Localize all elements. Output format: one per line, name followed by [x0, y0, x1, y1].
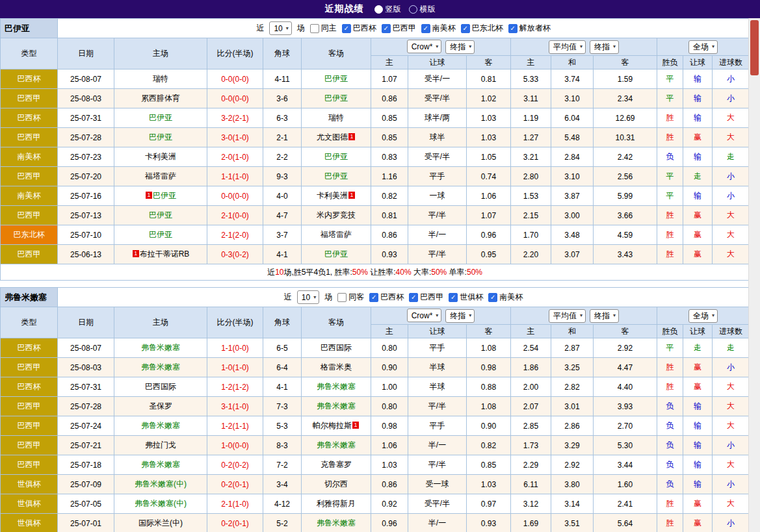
league-filter-checkbox-4[interactable]: ✓解放者杯: [508, 23, 551, 34]
corner-count: 3-6: [263, 89, 302, 108]
scope-select[interactable]: 全场▾: [688, 40, 718, 54]
radio-horizontal[interactable]: 横版: [409, 4, 436, 15]
chevron-down-icon: ▾: [313, 295, 316, 300]
sub-col-header: 客: [467, 325, 511, 338]
match-type-badge: 巴西杯: [1, 70, 58, 89]
scope-select-value: 全场: [693, 42, 709, 53]
result-value: 输: [683, 147, 713, 167]
sub-col-header: 和: [551, 325, 594, 338]
scrollbar[interactable]: [748, 18, 760, 532]
col-header: 客场: [302, 38, 371, 70]
odds-value: 0.90: [371, 358, 408, 377]
average-odds-select[interactable]: 平均值▾: [549, 309, 586, 323]
odds-value: 0.88: [467, 377, 511, 397]
odds-value: 3.48: [551, 225, 594, 245]
col-header: 类型: [1, 307, 58, 338]
match-row: 巴西甲25-07-28巴伊亚3-0(1-0)2-1尤文图德10.85球半1.03…: [1, 128, 750, 147]
final-odds-select[interactable]: 终指▾: [445, 309, 475, 323]
final-odds-select-2[interactable]: 终指▾: [590, 309, 619, 323]
league-filter-checkbox-2[interactable]: ✓世俱杯: [449, 292, 483, 303]
same-venue-checkbox-label: 同主: [321, 23, 337, 34]
corner-count: 6-5: [263, 338, 302, 358]
average-odds-select[interactable]: 平均值▾: [549, 40, 586, 54]
home-team-cell: 弗拉门戈: [114, 436, 207, 455]
corner-count: 7-2: [263, 455, 302, 475]
match-date: 25-07-28: [58, 128, 114, 147]
match-count-select[interactable]: 10▾: [297, 290, 319, 304]
match-type-badge: 巴西杯: [1, 377, 58, 397]
match-score: 0-0(0-0): [207, 186, 263, 206]
sub-col-header: 让球: [408, 56, 467, 70]
filter-bar-cell: 近10▾场同客✓巴西杯✓巴西甲✓世俱杯✓南美杯: [58, 288, 750, 307]
match-date: 25-07-28: [58, 397, 114, 416]
filter-bar-cell: 近10▾场同主✓巴西杯✓巴西甲✓南美杯✓巴东北杯✓解放者杯: [58, 19, 750, 38]
odds-value: 3.74: [551, 70, 594, 89]
matches-table: 弗鲁米嫩塞近10▾场同客✓巴西杯✓巴西甲✓世俱杯✓南美杯类型日期主场比分(半场)…: [0, 287, 750, 532]
match-date: 25-08-07: [58, 70, 114, 89]
league-filter-checkbox-2-label: 世俱杯: [460, 292, 483, 303]
league-filter-checkbox-1[interactable]: ✓巴西甲: [409, 292, 443, 303]
odds-value: 2.84: [551, 147, 594, 167]
home-team-cell: 弗鲁米嫩塞(中): [114, 494, 207, 514]
same-venue-checkbox[interactable]: 同客: [337, 292, 364, 303]
scope-select[interactable]: 全场▾: [688, 309, 718, 323]
odds-value: 1.02: [467, 89, 511, 108]
league-filter-checkbox-3[interactable]: ✓南美杯: [488, 292, 523, 303]
odds-company-select[interactable]: Crow*▾: [407, 40, 442, 53]
home-team-name: 巴伊亚: [149, 113, 172, 122]
odds-value: 平手: [408, 416, 467, 436]
checkbox-checked-icon: ✓: [421, 24, 430, 33]
league-filter-checkbox-3[interactable]: ✓巴东北杯: [461, 23, 503, 34]
odds-value: 0.86: [371, 89, 408, 108]
odds-value: 0.96: [467, 225, 511, 245]
away-team-cell: 弗鲁米嫩塞: [302, 397, 371, 416]
odds-company-select-value: Crow*: [412, 311, 433, 320]
home-team-cell: 卡利美洲: [114, 147, 207, 167]
odds-company-select[interactable]: Crow*▾: [407, 309, 442, 322]
match-date: 25-07-10: [58, 225, 114, 245]
odds-value: 3.12: [511, 494, 551, 514]
radio-vertical[interactable]: 竖版: [374, 4, 401, 15]
league-filter-checkbox-0[interactable]: ✓巴西杯: [369, 292, 404, 303]
final-odds-select-2[interactable]: 终指▾: [590, 40, 619, 54]
result-value: 大: [713, 494, 750, 514]
match-row: 巴西甲25-08-03弗鲁米嫩塞1-0(1-0)6-4格雷米奥0.90半球0.9…: [1, 358, 750, 377]
final-odds-select[interactable]: 终指▾: [445, 40, 475, 54]
sub-col-header: 胜负: [657, 56, 683, 70]
match-date: 25-07-31: [58, 108, 114, 128]
league-filter-checkbox-1[interactable]: ✓巴西甲: [382, 23, 416, 34]
away-team-name: 格雷米奥: [321, 362, 352, 372]
league-filter-checkbox-3-label: 巴东北杯: [472, 23, 503, 34]
odds-value: 3.00: [551, 206, 594, 225]
checkbox-checked-icon: ✓: [369, 293, 378, 302]
odds-value: 1.70: [511, 225, 551, 245]
odds-value: 受平/半: [408, 89, 467, 108]
away-team-cell: 弗鲁米嫩塞: [302, 514, 371, 532]
scrollbar-thumb[interactable]: [750, 20, 759, 75]
result-value: 平: [657, 89, 683, 108]
result-value: 大: [713, 108, 750, 128]
result-value: 赢: [683, 514, 713, 532]
away-team-name: 利雅得新月: [317, 499, 356, 508]
odds-value: 平/半: [408, 206, 467, 225]
sub-col-header: 让球: [408, 325, 467, 338]
sub-col-header: 主: [371, 56, 408, 70]
result-value: 输: [683, 397, 713, 416]
match-date: 25-07-24: [58, 416, 114, 436]
sub-col-header: 让球: [683, 325, 713, 338]
away-team-cell: 巴伊亚: [302, 245, 371, 264]
sub-col-header: 胜负: [657, 325, 683, 338]
home-team-cell: 弗鲁米嫩塞: [114, 455, 207, 475]
match-row: 世俱杯25-07-01国际米兰(中)0-2(0-1)5-2弗鲁米嫩塞0.96半/…: [1, 514, 750, 532]
corner-count: 3-7: [263, 225, 302, 245]
red-card-badge: 1: [348, 192, 355, 199]
match-count-select[interactable]: 10▾: [269, 21, 291, 35]
odds-value: 0.85: [371, 108, 408, 128]
away-team-name: 尤文图德: [317, 133, 348, 142]
corner-count: 4-7: [263, 206, 302, 225]
odds-value: 0.86: [371, 475, 408, 494]
league-filter-checkbox-0[interactable]: ✓巴西杯: [342, 23, 376, 34]
same-venue-checkbox[interactable]: 同主: [310, 23, 337, 34]
league-filter-checkbox-2[interactable]: ✓南美杯: [421, 23, 456, 34]
final-odds-select-2-value: 终指: [594, 42, 610, 53]
